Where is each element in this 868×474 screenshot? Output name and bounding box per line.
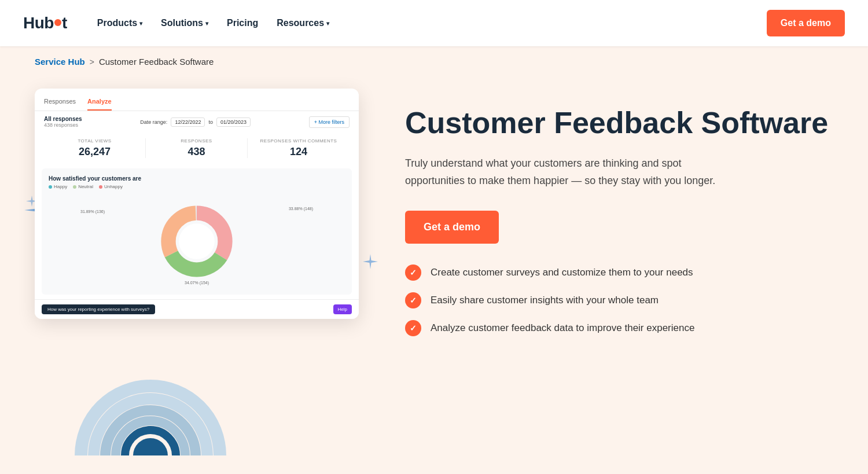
dashboard-tabs: Responses Analyze [35, 89, 359, 111]
chart-title: How satisfied your customers are [49, 175, 345, 182]
legend-neutral: Neutral [73, 184, 93, 189]
tab-responses[interactable]: Responses [44, 94, 76, 111]
stat-label-responses: RESPONSES [146, 138, 247, 144]
nav-solutions-label: Solutions [161, 18, 203, 28]
stat-value-comments: 124 [248, 146, 350, 158]
chart-area: How satisfied your customers are Happy N… [42, 168, 352, 295]
breadcrumb-current: Customer Feedback Software [99, 57, 214, 67]
checkmark-icon-3: ✓ [410, 324, 417, 333]
feature-check-2: ✓ [405, 292, 421, 308]
chevron-down-icon: ▾ [326, 20, 329, 27]
more-filters-button[interactable]: + More filters [309, 116, 350, 128]
right-side: Customer Feedback Software Truly underst… [405, 89, 833, 336]
dashboard-bottom-bar: How was your reporting experience with s… [35, 299, 359, 319]
survey-question-pill: How was your reporting experience with s… [42, 304, 155, 314]
date-from-input[interactable]: 12/22/2022 [171, 117, 205, 127]
response-count: 438 responses [44, 122, 82, 128]
legend-dot-happy [49, 185, 52, 189]
donut-label-bottom: 34.07% (154) [185, 281, 209, 285]
help-button[interactable]: Help [333, 304, 352, 314]
date-to-input[interactable]: 01/20/2023 [216, 117, 251, 127]
date-range-label: Date range: [140, 119, 167, 125]
nav-get-demo-button[interactable]: Get a demo [767, 10, 845, 36]
logo-dot [54, 19, 61, 26]
tab-analyze[interactable]: Analyze [87, 94, 112, 111]
chart-legend: Happy Neutral Unhappy [49, 184, 345, 189]
donut-svg [156, 201, 237, 282]
legend-dot-unhappy [99, 185, 102, 189]
dashboard-stats: TOTAL VIEWS 26,247 RESPONSES 438 RESPONS… [35, 133, 359, 164]
nav-item-solutions[interactable]: Solutions ▾ [154, 13, 215, 33]
logo-text: Hubt [23, 14, 67, 32]
donut-chart: 31.89% (136) 33.88% (148) 34.07% (154) [49, 195, 345, 288]
hero-description: Truly understand what your customers are… [405, 155, 718, 190]
nav-item-products[interactable]: Products ▾ [90, 13, 149, 33]
legend-happy: Happy [49, 184, 67, 189]
legend-label-happy: Happy [54, 184, 67, 189]
feature-text-1: Create customer surveys and customize th… [431, 267, 693, 278]
checkmark-icon-1: ✓ [410, 268, 417, 277]
stat-total-views: TOTAL VIEWS 26,247 [44, 138, 146, 158]
navbar: Hubt Products ▾ Solutions ▾ Pricing Reso… [0, 0, 868, 46]
nav-item-pricing[interactable]: Pricing [220, 13, 265, 33]
breadcrumb-link[interactable]: Service Hub [35, 57, 85, 67]
sparkle-decoration-2 [362, 253, 379, 273]
stat-comments: RESPONSES WITH COMMENTS 124 [248, 138, 350, 158]
svg-point-4 [179, 223, 215, 259]
donut-label-right: 33.88% (148) [289, 207, 313, 211]
left-side: Responses Analyze All responses 438 resp… [35, 89, 370, 319]
dashboard-card: Responses Analyze All responses 438 resp… [35, 89, 359, 319]
feature-item-1: ✓ Create customer surveys and customize … [405, 264, 833, 281]
main-content: Responses Analyze All responses 438 resp… [0, 77, 868, 359]
nav-pricing-label: Pricing [227, 18, 258, 28]
feature-list: ✓ Create customer surveys and customize … [405, 264, 833, 336]
nav-products-label: Products [97, 18, 137, 28]
legend-unhappy: Unhappy [99, 184, 123, 189]
feature-check-3: ✓ [405, 320, 421, 336]
feature-item-3: ✓ Analyze customer feedback data to impr… [405, 320, 833, 336]
stat-label-views: TOTAL VIEWS [44, 138, 145, 144]
stat-value-responses: 438 [146, 146, 247, 158]
chevron-down-icon: ▾ [139, 20, 142, 27]
stat-responses: RESPONSES 438 [146, 138, 248, 158]
logo[interactable]: Hubt [23, 14, 67, 32]
dashboard-filters: All responses 438 responses Date range: … [35, 111, 359, 133]
hero-title: Customer Feedback Software [405, 106, 833, 141]
nav-item-resources[interactable]: Resources ▾ [270, 13, 336, 33]
stat-label-comments: RESPONSES WITH COMMENTS [248, 138, 350, 144]
feature-item-2: ✓ Easily share customer insights with yo… [405, 292, 833, 308]
feature-text-3: Analyze customer feedback data to improv… [431, 322, 694, 334]
legend-dot-neutral [73, 185, 76, 189]
breadcrumb: Service Hub > Customer Feedback Software [0, 46, 868, 77]
donut-label-left: 31.89% (136) [80, 210, 105, 214]
legend-label-unhappy: Unhappy [104, 184, 123, 189]
date-range-filter: Date range: 12/22/2022 to 01/20/2023 [140, 117, 251, 127]
hero-cta-button[interactable]: Get a demo [405, 211, 499, 244]
feature-text-2: Easily share customer insights with your… [431, 295, 659, 306]
nav-links: Products ▾ Solutions ▾ Pricing Resources… [90, 13, 767, 33]
breadcrumb-separator: > [90, 57, 94, 67]
nav-resources-label: Resources [277, 18, 324, 28]
all-responses-label: All responses [44, 116, 82, 122]
stat-value-views: 26,247 [44, 146, 145, 158]
checkmark-icon-2: ✓ [410, 296, 417, 305]
feature-check-1: ✓ [405, 264, 421, 281]
chevron-down-icon: ▾ [205, 20, 208, 27]
legend-label-neutral: Neutral [78, 184, 93, 189]
all-responses-group: All responses 438 responses [44, 116, 82, 128]
